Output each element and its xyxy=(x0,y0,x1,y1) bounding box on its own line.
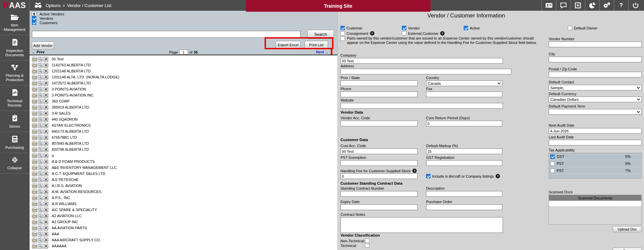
open-folder-icon[interactable] xyxy=(32,135,37,140)
add-vendor-button[interactable]: Add Vendor xyxy=(32,42,54,50)
cust-acc-code-input[interactable] xyxy=(340,148,418,154)
open-folder-icon[interactable] xyxy=(32,57,37,62)
open-folder-icon[interactable] xyxy=(32,141,37,146)
open-folder-icon[interactable] xyxy=(32,147,37,152)
delete-icon[interactable] xyxy=(43,153,48,158)
open-folder-icon[interactable] xyxy=(32,93,37,98)
magnifier-icon[interactable] xyxy=(38,220,43,225)
last-audit-date-input[interactable] xyxy=(549,140,642,145)
delete-icon[interactable] xyxy=(43,213,48,218)
magnifier-icon[interactable] xyxy=(38,226,43,231)
magnifier-icon[interactable] xyxy=(38,189,43,194)
include-listings-checkbox[interactable] xyxy=(426,174,430,178)
magnifier-icon[interactable] xyxy=(38,195,43,200)
company-input[interactable] xyxy=(340,58,503,64)
sidebar-item-collapse[interactable]: Collapse xyxy=(0,153,29,174)
open-folder-icon[interactable] xyxy=(32,201,37,206)
open-folder-icon[interactable] xyxy=(32,226,37,231)
vendor-number-input[interactable] xyxy=(549,42,642,47)
delete-icon[interactable] xyxy=(43,75,48,80)
sidebar-item-item-management[interactable]: Item Management xyxy=(0,11,29,35)
vendor-acc-code-input[interactable] xyxy=(340,121,418,126)
delete-icon[interactable] xyxy=(43,171,48,176)
delete-icon[interactable] xyxy=(43,244,48,249)
technical-checkbox[interactable] xyxy=(365,243,369,248)
magnifier-icon[interactable] xyxy=(38,207,43,212)
delete-icon[interactable] xyxy=(43,93,48,98)
open-folder-icon[interactable] xyxy=(32,111,37,116)
magnifier-icon[interactable] xyxy=(38,111,43,116)
open-folder-icon[interactable] xyxy=(32,238,37,243)
magnifier-icon[interactable] xyxy=(38,57,43,62)
core-return-period-input[interactable] xyxy=(426,121,502,126)
id-card-icon[interactable] xyxy=(542,0,556,11)
delete-icon[interactable] xyxy=(43,141,48,146)
delete-icon[interactable] xyxy=(43,159,48,164)
purchase-order-input[interactable] xyxy=(426,204,502,210)
default-contact-select[interactable]: Sample, xyxy=(549,85,642,90)
sidebar-item-stores[interactable]: Stores xyxy=(0,111,29,132)
magnifier-icon[interactable] xyxy=(38,123,43,128)
magnifier-icon[interactable] xyxy=(38,171,43,176)
magnifier-icon[interactable] xyxy=(38,141,43,146)
save-button[interactable]: Save xyxy=(613,248,642,250)
standing-contract-number-input[interactable] xyxy=(340,191,418,197)
open-folder-icon[interactable] xyxy=(32,123,37,128)
magnifier-icon[interactable] xyxy=(38,105,43,110)
open-folder-icon[interactable] xyxy=(32,153,37,158)
delete-icon[interactable] xyxy=(43,183,48,188)
consignment-checkbox[interactable] xyxy=(340,31,345,36)
open-folder-icon[interactable] xyxy=(32,105,37,110)
country-select[interactable]: Canada xyxy=(426,80,502,86)
default-payment-term-select[interactable] xyxy=(549,109,642,115)
open-folder-icon[interactable] xyxy=(32,87,37,92)
prov-state-input[interactable] xyxy=(340,80,418,86)
delete-icon[interactable] xyxy=(43,189,48,194)
upload-doc-button[interactable]: Upload Doc xyxy=(613,226,642,232)
magnifier-icon[interactable] xyxy=(38,147,43,152)
magnifier-icon[interactable] xyxy=(38,75,43,80)
magnifier-icon[interactable] xyxy=(38,183,43,188)
delete-icon[interactable] xyxy=(43,135,48,140)
delete-icon[interactable] xyxy=(43,57,48,62)
magnifier-icon[interactable] xyxy=(38,153,43,158)
handling-fee-input[interactable] xyxy=(340,173,418,179)
delete-icon[interactable] xyxy=(43,201,48,206)
delete-icon[interactable] xyxy=(43,117,48,122)
next-audit-date-input[interactable] xyxy=(549,128,642,134)
chat-icon[interactable] xyxy=(556,0,570,11)
help-icon[interactable]: ? xyxy=(412,169,417,173)
open-folder-icon[interactable] xyxy=(32,171,37,176)
help-icon[interactable]: ? xyxy=(496,174,500,178)
open-folder-icon[interactable] xyxy=(32,75,37,80)
phone-input[interactable] xyxy=(340,91,418,97)
magnifier-icon[interactable] xyxy=(38,177,43,182)
open-folder-icon[interactable] xyxy=(32,69,37,74)
open-folder-icon[interactable] xyxy=(32,213,37,218)
magnifier-icon[interactable] xyxy=(38,232,43,237)
pie-chart-icon[interactable] xyxy=(585,0,599,11)
delete-icon[interactable] xyxy=(43,129,48,134)
active-checkbox[interactable] xyxy=(464,26,468,30)
delete-icon[interactable] xyxy=(43,195,48,200)
settings-icon[interactable] xyxy=(599,0,614,11)
postal-zip-input[interactable] xyxy=(549,72,642,77)
magnifier-icon[interactable] xyxy=(38,135,43,140)
sidebar-item-planning-production[interactable]: Planning & Production xyxy=(0,61,29,85)
open-folder-icon[interactable] xyxy=(32,232,37,237)
export-excel-button[interactable]: Export Excel xyxy=(276,41,301,49)
sidebar-item-inspection-documents[interactable]: Inspection Documents xyxy=(0,35,29,61)
magnifier-icon[interactable] xyxy=(38,201,43,206)
external-customer-checkbox[interactable] xyxy=(402,31,406,36)
open-folder-icon[interactable] xyxy=(32,63,37,68)
delete-icon[interactable] xyxy=(43,123,48,128)
open-folder-icon[interactable] xyxy=(32,129,37,134)
magnifier-icon[interactable] xyxy=(38,69,43,74)
open-folder-icon[interactable] xyxy=(32,165,37,170)
parts-note-checkbox[interactable] xyxy=(340,37,345,41)
default-currency-select[interactable]: Canadian Dollars xyxy=(549,97,642,102)
next-page-link[interactable]: Next → xyxy=(316,50,329,54)
help-icon[interactable]: ? xyxy=(440,31,445,36)
scanned-documents-row[interactable] xyxy=(549,201,641,206)
delete-icon[interactable] xyxy=(43,99,48,104)
